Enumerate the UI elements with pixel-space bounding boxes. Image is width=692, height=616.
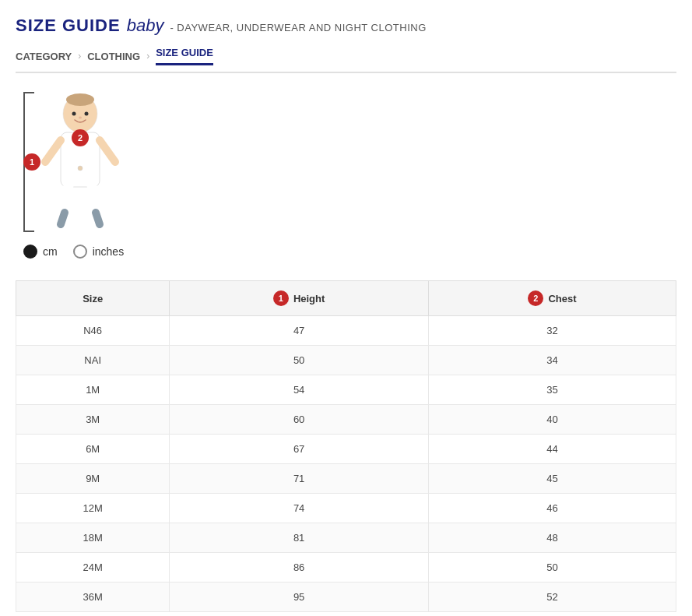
svg-line-6 bbox=[61, 213, 65, 224]
size-table: Size 1 Height 2 Chest N464732NAI50341M54… bbox=[16, 280, 676, 612]
radio-cm-filled bbox=[23, 245, 37, 259]
title-subtitle: - DAYWEAR, UNDERWEAR AND NIGHT CLOTHING bbox=[170, 22, 426, 33]
cell-chest: 46 bbox=[428, 494, 676, 523]
unit-inches-label: inches bbox=[93, 245, 124, 258]
measurement-dot-1: 1 bbox=[23, 153, 40, 171]
cell-chest: 50 bbox=[428, 553, 676, 583]
unit-selector: cm inches bbox=[23, 245, 124, 259]
col-size-label: Size bbox=[83, 293, 103, 304]
breadcrumb-separator-2: › bbox=[146, 51, 149, 62]
measurement-dot-2: 2 bbox=[72, 129, 89, 146]
col-height-label: Height bbox=[293, 293, 325, 304]
table-row: 9M7145 bbox=[16, 464, 676, 494]
cell-chest: 35 bbox=[428, 375, 676, 405]
cell-height: 81 bbox=[170, 523, 429, 553]
height-badge-number: 1 bbox=[273, 290, 289, 306]
svg-line-4 bbox=[100, 140, 115, 162]
svg-point-12 bbox=[78, 166, 83, 171]
cell-size: 3M bbox=[16, 405, 170, 435]
cell-chest: 44 bbox=[428, 435, 676, 464]
svg-line-5 bbox=[65, 185, 68, 213]
table-body: N464732NAI50341M54353M60406M67449M714512… bbox=[16, 316, 676, 612]
page-wrapper: SIZE GUIDE baby - DAYWEAR, UNDERWEAR AND… bbox=[0, 0, 692, 616]
breadcrumb-separator-1: › bbox=[78, 51, 81, 62]
baby-figure: 1 2 bbox=[23, 92, 148, 232]
svg-point-9 bbox=[72, 112, 76, 116]
svg-line-8 bbox=[96, 213, 100, 224]
cell-size: 1M bbox=[16, 375, 170, 405]
chest-badge-number: 2 bbox=[528, 290, 543, 306]
cell-chest: 45 bbox=[428, 464, 676, 494]
cell-size: 36M bbox=[16, 583, 170, 612]
unit-inches-option[interactable]: inches bbox=[73, 245, 124, 259]
col-header-height: 1 Height bbox=[170, 281, 429, 316]
unit-cm-option[interactable]: cm bbox=[23, 245, 58, 259]
breadcrumb: CATEGORY › CLOTHING › SIZE GUIDE bbox=[16, 47, 676, 73]
table-row: 12M7446 bbox=[16, 494, 676, 523]
unit-cm-label: cm bbox=[43, 245, 58, 258]
cell-height: 47 bbox=[170, 316, 429, 346]
table-row: 36M9552 bbox=[16, 583, 676, 612]
table-row: 1M5435 bbox=[16, 375, 676, 405]
table-row: 3M6040 bbox=[16, 405, 676, 435]
breadcrumb-clothing[interactable]: CLOTHING bbox=[87, 51, 140, 62]
svg-point-10 bbox=[85, 112, 89, 116]
col-chest-label: Chest bbox=[548, 293, 576, 304]
svg-line-3 bbox=[45, 140, 61, 162]
col-header-chest: 2 Chest bbox=[428, 281, 676, 316]
table-row: 24M8650 bbox=[16, 553, 676, 583]
col-header-size: Size bbox=[16, 281, 170, 316]
table-row: N464732 bbox=[16, 316, 676, 346]
title-main: SIZE GUIDE bbox=[16, 16, 121, 36]
figure-section: 1 2 cm inches bbox=[16, 92, 676, 259]
chest-badge-wrapper: 2 Chest bbox=[528, 290, 576, 306]
height-badge-wrapper: 1 Height bbox=[273, 290, 325, 306]
page-title-section: SIZE GUIDE baby - DAYWEAR, UNDERWEAR AND… bbox=[16, 16, 676, 36]
cell-chest: 40 bbox=[428, 405, 676, 435]
title-baby: baby bbox=[127, 16, 164, 36]
cell-height: 67 bbox=[170, 435, 429, 464]
svg-point-1 bbox=[66, 93, 94, 106]
breadcrumb-category[interactable]: CATEGORY bbox=[16, 51, 72, 62]
baby-illustration bbox=[37, 92, 123, 232]
table-row: 18M8148 bbox=[16, 523, 676, 553]
cell-height: 54 bbox=[170, 375, 429, 405]
cell-height: 71 bbox=[170, 464, 429, 494]
cell-size: 12M bbox=[16, 494, 170, 523]
table-header-row: Size 1 Height 2 Chest bbox=[16, 281, 676, 316]
cell-size: 6M bbox=[16, 435, 170, 464]
table-row: NAI5034 bbox=[16, 346, 676, 375]
cell-chest: 32 bbox=[428, 316, 676, 346]
breadcrumb-size-guide[interactable]: SIZE GUIDE bbox=[156, 47, 213, 65]
table-row: 6M6744 bbox=[16, 435, 676, 464]
cell-size: N46 bbox=[16, 316, 170, 346]
cell-height: 95 bbox=[170, 583, 429, 612]
cell-size: 18M bbox=[16, 523, 170, 553]
cell-chest: 48 bbox=[428, 523, 676, 553]
svg-point-11 bbox=[79, 117, 82, 119]
cell-chest: 34 bbox=[428, 346, 676, 375]
cell-height: 74 bbox=[170, 494, 429, 523]
cell-size: NAI bbox=[16, 346, 170, 375]
cell-height: 86 bbox=[170, 553, 429, 583]
radio-inches-empty bbox=[73, 245, 87, 259]
cell-chest: 52 bbox=[428, 583, 676, 612]
cell-height: 50 bbox=[170, 346, 429, 375]
svg-line-7 bbox=[92, 185, 96, 213]
cell-size: 24M bbox=[16, 553, 170, 583]
cell-height: 60 bbox=[170, 405, 429, 435]
cell-size: 9M bbox=[16, 464, 170, 494]
